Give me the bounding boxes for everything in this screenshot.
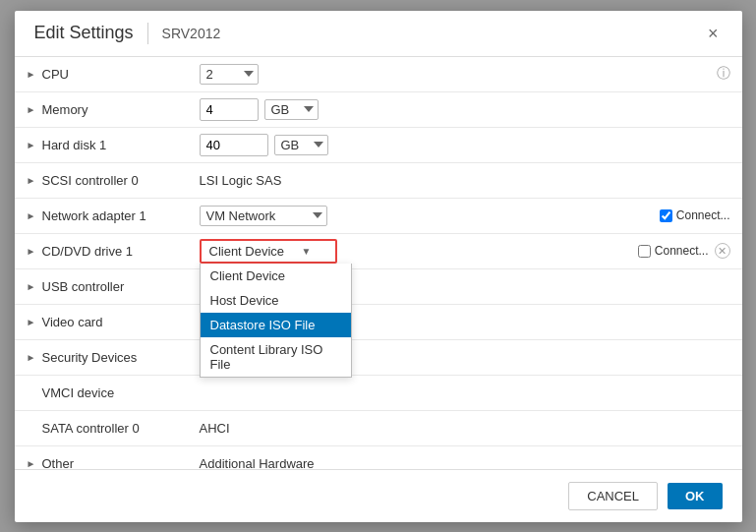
- memory-input[interactable]: [200, 98, 259, 121]
- connect-network-input[interactable]: [660, 209, 672, 222]
- row-memory: ► Memory GB MB: [15, 92, 742, 128]
- value-cd-dvd: Client Device ▼ Client Device Host Devic…: [200, 239, 612, 264]
- cd-option-client-device[interactable]: Client Device: [201, 264, 351, 288]
- expand-video[interactable]: ►: [27, 317, 42, 327]
- ok-button[interactable]: OK: [668, 483, 723, 509]
- actions-network: Connect...: [612, 208, 730, 222]
- label-vmci: VMCI device: [42, 385, 200, 400]
- row-usb: ► USB controller: [15, 269, 742, 305]
- cancel-button[interactable]: CANCEL: [568, 482, 658, 510]
- actions-cpu: ⓘ: [612, 65, 730, 83]
- scsi-value: LSI Logic SAS: [200, 173, 282, 188]
- expand-cpu[interactable]: ►: [27, 69, 42, 80]
- label-usb: USB controller: [42, 279, 200, 294]
- row-sata: ► SATA controller 0 AHCI: [15, 411, 742, 446]
- connect-cd-input[interactable]: [638, 245, 651, 258]
- connect-cd-checkbox[interactable]: Connect...: [638, 244, 709, 258]
- expand-memory[interactable]: ►: [27, 104, 42, 115]
- expand-usb[interactable]: ►: [27, 281, 42, 292]
- close-button[interactable]: ×: [704, 23, 723, 44]
- row-other: ► Other Additional Hardware: [15, 446, 742, 469]
- expand-network[interactable]: ►: [27, 210, 42, 221]
- row-network: ► Network adapter 1 VM Network Connect..…: [15, 199, 742, 234]
- row-security: ► Security Devices Not Configured: [15, 340, 742, 376]
- label-scsi: SCSI controller 0: [42, 173, 200, 188]
- expand-security[interactable]: ►: [27, 352, 42, 363]
- cd-dropdown-menu: Client Device Host Device Datastore ISO …: [200, 264, 352, 378]
- network-select[interactable]: VM Network: [200, 206, 327, 226]
- label-other: Other: [42, 456, 200, 469]
- hard-disk-unit-select[interactable]: GB MB: [274, 135, 328, 155]
- expand-hard-disk[interactable]: ►: [27, 140, 42, 150]
- info-icon-cpu[interactable]: ⓘ: [717, 65, 730, 83]
- row-video: ► Video card: [15, 305, 742, 340]
- value-scsi: LSI Logic SAS: [200, 173, 730, 188]
- dialog-subtitle: SRV2012: [162, 26, 221, 41]
- expand-cd-dvd[interactable]: ►: [27, 246, 42, 257]
- expand-other[interactable]: ►: [27, 458, 42, 469]
- connect-network-checkbox[interactable]: Connect...: [660, 208, 730, 222]
- label-sata: SATA controller 0: [42, 421, 200, 436]
- label-video: Video card: [42, 315, 200, 329]
- chevron-down-icon: ▼: [302, 246, 312, 257]
- actions-cd-dvd: Connect... ✕: [612, 243, 730, 259]
- row-hard-disk: ► Hard disk 1 GB MB: [15, 128, 742, 163]
- header-separator: [147, 23, 148, 44]
- cd-select-wrapper: Client Device ▼ Client Device Host Devic…: [200, 239, 337, 264]
- row-scsi: ► SCSI controller 0 LSI Logic SAS: [15, 163, 742, 199]
- memory-unit-select[interactable]: GB MB: [264, 99, 319, 120]
- dialog-title: Edit Settings: [34, 23, 134, 43]
- value-network: VM Network: [200, 206, 612, 226]
- value-memory: GB MB: [200, 98, 730, 121]
- value-cpu: 2 4 8: [200, 64, 612, 85]
- cd-option-content-library-iso[interactable]: Content Library ISO File: [201, 337, 351, 377]
- cd-option-datastore-iso[interactable]: Datastore ISO File: [201, 313, 351, 337]
- cd-select-box[interactable]: Client Device ▼: [200, 239, 337, 264]
- dialog-header: Edit Settings SRV2012 ×: [15, 11, 742, 57]
- label-cpu: CPU: [42, 67, 200, 82]
- cd-remove-button[interactable]: ✕: [715, 243, 730, 259]
- value-other: Additional Hardware: [200, 456, 730, 469]
- label-hard-disk: Hard disk 1: [42, 138, 200, 152]
- expand-scsi[interactable]: ►: [27, 175, 42, 186]
- other-value: Additional Hardware: [200, 456, 315, 469]
- row-cpu: ► CPU 2 4 8 ⓘ: [15, 57, 742, 92]
- row-cd-dvd: ► CD/DVD drive 1 Client Device ▼ Client …: [15, 234, 742, 269]
- dialog-footer: CANCEL OK: [15, 469, 742, 522]
- row-vmci: ► VMCI device: [15, 376, 742, 411]
- sata-value: AHCI: [200, 421, 230, 436]
- cd-option-host-device[interactable]: Host Device: [201, 288, 351, 313]
- dialog-body: ► CPU 2 4 8 ⓘ ► Memory GB MB: [15, 57, 742, 469]
- value-hard-disk: GB MB: [200, 134, 730, 156]
- label-memory: Memory: [42, 102, 200, 117]
- value-sata: AHCI: [200, 421, 730, 436]
- label-cd-dvd: CD/DVD drive 1: [42, 244, 200, 259]
- cpu-select[interactable]: 2 4 8: [200, 64, 259, 85]
- edit-settings-dialog: Edit Settings SRV2012 × ► CPU 2 4 8 ⓘ ► …: [15, 11, 742, 522]
- hard-disk-input[interactable]: [200, 134, 268, 156]
- cd-selected-value: Client Device: [209, 244, 285, 259]
- label-security: Security Devices: [42, 350, 200, 365]
- label-network: Network adapter 1: [42, 208, 200, 223]
